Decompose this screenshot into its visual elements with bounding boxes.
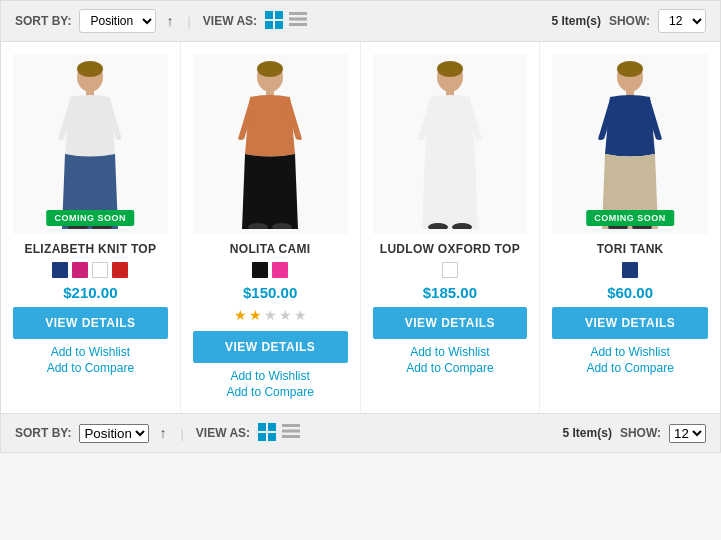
svg-rect-4 [289, 12, 307, 15]
sort-direction-button[interactable]: ↑ [164, 13, 175, 29]
product-price: $60.00 [607, 284, 653, 301]
svg-rect-0 [265, 11, 273, 19]
coming-soon-badge: COMING SOON [586, 210, 674, 226]
bottom-view-icons [258, 422, 300, 444]
svg-point-23 [617, 61, 643, 77]
show-select[interactable]: 12 24 36 [658, 9, 706, 33]
product-image-p4: COMING SOON [552, 54, 708, 234]
product-card-p4: COMING SOONTORI TANK$60.00VIEW DETAILSAd… [540, 42, 720, 413]
view-label: VIEW AS: [203, 14, 257, 28]
color-swatch[interactable] [272, 262, 288, 278]
bottom-toolbar-right: 5 Item(s) SHOW: 12 24 36 [563, 424, 706, 443]
bottom-grid-view-icon[interactable] [258, 423, 276, 444]
svg-rect-2 [265, 21, 273, 29]
coming-soon-badge: COMING SOON [47, 210, 135, 226]
bottom-show-label: SHOW: [620, 426, 661, 440]
product-name: TORI TANK [597, 242, 664, 256]
product-card-p3: LUDLOW OXFORD TOP$185.00VIEW DETAILSAdd … [361, 42, 541, 413]
svg-point-18 [437, 61, 463, 77]
add-to-wishlist-link[interactable]: Add to Wishlist [590, 345, 669, 359]
view-icons [265, 10, 307, 32]
add-to-wishlist-link[interactable]: Add to Wishlist [230, 369, 309, 383]
filled-star: ★ [234, 307, 247, 323]
bottom-items-count: 5 Item(s) [563, 426, 612, 440]
product-name: ELIZABETH KNIT TOP [24, 242, 156, 256]
sort-label: SORT BY: [15, 14, 71, 28]
svg-point-8 [77, 61, 103, 77]
add-to-compare-link[interactable]: Add to Compare [226, 385, 313, 399]
empty-star: ★ [279, 307, 292, 323]
svg-rect-6 [289, 23, 307, 26]
add-to-compare-link[interactable]: Add to Compare [47, 361, 134, 375]
show-label: SHOW: [609, 14, 650, 28]
product-name: LUDLOW OXFORD TOP [380, 242, 520, 256]
product-image-p2 [193, 54, 348, 234]
product-card-p1: COMING SOONELIZABETH KNIT TOP$210.00VIEW… [1, 42, 181, 413]
toolbar-right: 5 Item(s) SHOW: 12 24 36 [552, 9, 706, 33]
view-details-button[interactable]: VIEW DETAILS [373, 307, 528, 339]
bottom-list-view-icon[interactable] [282, 422, 300, 444]
svg-rect-30 [268, 433, 276, 441]
product-name: NOLITA CAMI [230, 242, 311, 256]
color-swatch[interactable] [72, 262, 88, 278]
product-price: $185.00 [423, 284, 477, 301]
items-count: 5 Item(s) [552, 14, 601, 28]
color-swatch[interactable] [442, 262, 458, 278]
view-details-button[interactable]: VIEW DETAILS [193, 331, 348, 363]
svg-rect-29 [258, 433, 266, 441]
view-details-button[interactable]: VIEW DETAILS [552, 307, 708, 339]
empty-star: ★ [264, 307, 277, 323]
color-swatch[interactable] [252, 262, 268, 278]
bottom-sort-label: SORT BY: [15, 426, 71, 440]
view-details-button[interactable]: VIEW DETAILS [13, 307, 168, 339]
svg-rect-1 [275, 11, 283, 19]
add-to-compare-link[interactable]: Add to Compare [586, 361, 673, 375]
color-swatch[interactable] [112, 262, 128, 278]
add-to-wishlist-link[interactable]: Add to Wishlist [51, 345, 130, 359]
products-grid: COMING SOONELIZABETH KNIT TOP$210.00VIEW… [0, 42, 721, 414]
product-price: $210.00 [63, 284, 117, 301]
star-rating: ★★★★★ [234, 307, 307, 323]
color-swatch[interactable] [622, 262, 638, 278]
list-view-icon[interactable] [289, 10, 307, 32]
color-swatches [442, 262, 458, 278]
product-image-p3 [373, 54, 528, 234]
svg-rect-32 [282, 430, 300, 433]
svg-rect-31 [282, 424, 300, 427]
svg-rect-3 [275, 21, 283, 29]
svg-rect-33 [282, 435, 300, 438]
product-card-p2: NOLITA CAMI$150.00★★★★★VIEW DETAILSAdd t… [181, 42, 361, 413]
svg-rect-5 [289, 18, 307, 21]
bottom-toolbar: SORT BY: Position Name Price ↑ | VIEW AS… [0, 414, 721, 453]
product-image-p1: COMING SOON [13, 54, 168, 234]
bottom-toolbar-divider: | [180, 426, 183, 441]
top-toolbar: SORT BY: Position Name Price ↑ | VIEW AS… [0, 0, 721, 42]
color-swatch[interactable] [92, 262, 108, 278]
empty-star: ★ [294, 307, 307, 323]
color-swatches [622, 262, 638, 278]
svg-point-13 [257, 61, 283, 77]
add-to-compare-link[interactable]: Add to Compare [406, 361, 493, 375]
bottom-show-select[interactable]: 12 24 36 [669, 424, 706, 443]
bottom-sort-direction-button[interactable]: ↑ [157, 425, 168, 441]
bottom-view-label: VIEW AS: [196, 426, 250, 440]
add-to-wishlist-link[interactable]: Add to Wishlist [410, 345, 489, 359]
svg-rect-27 [258, 423, 266, 431]
bottom-sort-select[interactable]: Position Name Price [79, 424, 149, 443]
filled-star: ★ [249, 307, 262, 323]
grid-view-icon[interactable] [265, 11, 283, 32]
svg-rect-28 [268, 423, 276, 431]
color-swatch[interactable] [52, 262, 68, 278]
product-price: $150.00 [243, 284, 297, 301]
color-swatches [252, 262, 288, 278]
color-swatches [52, 262, 128, 278]
sort-select[interactable]: Position Name Price [79, 9, 156, 33]
toolbar-divider: | [187, 14, 190, 29]
